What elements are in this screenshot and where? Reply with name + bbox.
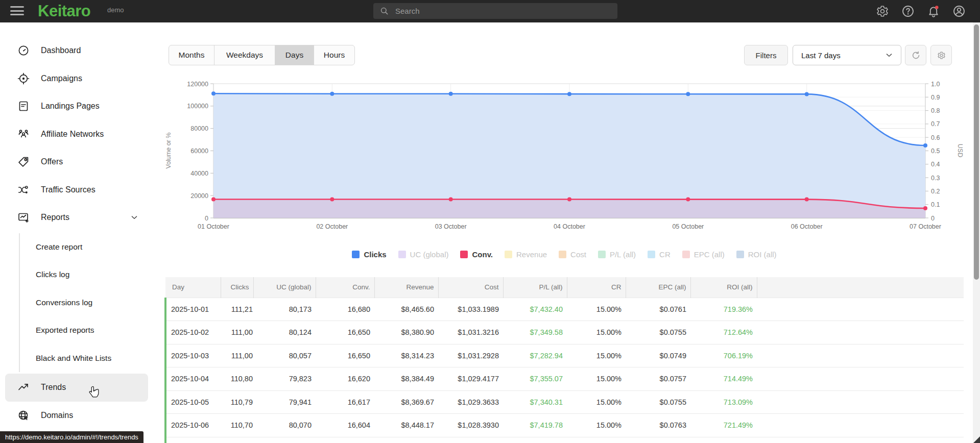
cell-clicks: 111,00 bbox=[221, 321, 253, 344]
trends-table: DayClicksUC (global)Conv.RevenueCostP/L … bbox=[164, 277, 964, 443]
cell-revenue: $8,465.60 bbox=[374, 298, 438, 321]
svg-text:04 October: 04 October bbox=[554, 223, 585, 230]
sidebar-item-affiliate-networks[interactable]: Affiliate Networks bbox=[5, 120, 148, 149]
svg-text:Volume or %: Volume or % bbox=[165, 133, 172, 169]
cell-cr: 15.00% bbox=[567, 298, 626, 321]
tab-weekdays[interactable]: Weekdays bbox=[214, 45, 275, 65]
legend-item-p-l-all[interactable]: P/L (all) bbox=[598, 250, 636, 259]
cell-cost: $1,031.3216 bbox=[438, 321, 503, 344]
sidebar-item-landings-pages[interactable]: Landings Pages bbox=[5, 92, 148, 120]
refresh-button[interactable] bbox=[905, 45, 926, 65]
svg-text:03 October: 03 October bbox=[435, 223, 467, 230]
offers-icon: $ bbox=[17, 156, 30, 168]
legend-item-cr[interactable]: CR bbox=[648, 250, 671, 259]
cell-roi: 719.36% bbox=[690, 298, 757, 321]
sidebar-item-traffic-sources[interactable]: Traffic Sources bbox=[5, 176, 148, 204]
cell-day: 2025-10-07 bbox=[165, 437, 221, 443]
sidebar-item-dashboard[interactable]: Dashboard bbox=[5, 37, 148, 65]
domains-icon bbox=[17, 409, 30, 422]
sidebar-nav: DashboardCampaignsLandings PagesAffiliat… bbox=[0, 22, 153, 443]
legend-label: P/L (all) bbox=[610, 250, 636, 259]
page-scrollbar[interactable] bbox=[973, 22, 980, 443]
brand-logo: Keitaro bbox=[38, 0, 90, 22]
cell-epc: $0.0763 bbox=[626, 414, 690, 437]
filters-button[interactable]: Filters bbox=[744, 45, 788, 65]
refresh-icon bbox=[911, 51, 921, 60]
chart-settings-button[interactable] bbox=[930, 45, 952, 65]
user-account-icon[interactable] bbox=[952, 5, 966, 18]
sidebar-item-clicks-log[interactable]: Clicks log bbox=[20, 261, 153, 289]
cell-day: 2025-10-02 bbox=[165, 321, 221, 344]
help-icon[interactable] bbox=[901, 5, 915, 18]
table-row-2025-10-07: 2025-10-0764,4041,4579,648$4,893.84$597.… bbox=[165, 437, 964, 443]
menu-toggle-icon[interactable] bbox=[10, 6, 24, 16]
cell-pl: $7,340.31 bbox=[503, 390, 567, 414]
svg-text:06 October: 06 October bbox=[791, 223, 823, 230]
sidebar-item-label: Domains bbox=[41, 411, 73, 420]
sidebar-item-reports[interactable]: Reports bbox=[5, 204, 148, 232]
column-header-uc: UC (global) bbox=[253, 277, 316, 298]
legend-label: Conv. bbox=[472, 250, 493, 259]
notifications-bell-icon[interactable] bbox=[927, 5, 940, 18]
tab-months[interactable]: Months bbox=[169, 45, 214, 65]
legend-item-cost[interactable]: Cost bbox=[559, 250, 586, 259]
cell-pl: $7,282.94 bbox=[503, 344, 567, 367]
sidebar-item-campaigns[interactable]: Campaigns bbox=[5, 65, 148, 93]
cell-revenue: $8,448.17 bbox=[374, 414, 438, 437]
campaigns-icon bbox=[17, 72, 30, 85]
search-input[interactable] bbox=[394, 6, 611, 16]
cell-roi: 712.64% bbox=[690, 321, 757, 344]
cell-filler bbox=[757, 298, 964, 321]
cell-pl: $7,349.58 bbox=[503, 321, 567, 344]
date-range-select[interactable]: Last 7 days bbox=[793, 45, 901, 65]
scrollbar-thumb[interactable] bbox=[974, 24, 979, 280]
traffic-sources-icon bbox=[17, 184, 30, 196]
legend-swatch bbox=[598, 251, 606, 258]
legend-item-clicks[interactable]: Clicks bbox=[352, 250, 386, 259]
status-url-tooltip: https://demo.keitaro.io/admin/#!/trends/… bbox=[0, 431, 144, 443]
settings-gear-icon[interactable] bbox=[876, 5, 889, 18]
tab-days[interactable]: Days bbox=[275, 45, 314, 65]
sidebar-item-black-and-white-lists[interactable]: Black and White Lists bbox=[20, 344, 153, 373]
cell-pl: $7,419.78 bbox=[503, 414, 567, 437]
cell-epc: $0.0756 bbox=[626, 437, 690, 443]
sidebar-item-label: Traffic Sources bbox=[41, 185, 95, 194]
scrollbar-corner-icon bbox=[973, 436, 980, 443]
search-box[interactable] bbox=[373, 3, 617, 19]
table-row-2025-10-05: 2025-10-05110,7979,94116,617$8,369.67$1,… bbox=[165, 390, 964, 414]
sidebar-item-label: Conversions log bbox=[36, 298, 92, 307]
cell-roi: 714.49% bbox=[690, 367, 757, 391]
legend-swatch bbox=[505, 251, 512, 258]
sidebar-item-create-report[interactable]: Create report bbox=[20, 233, 153, 261]
legend-item-roi-all[interactable]: ROI (all) bbox=[736, 250, 777, 259]
cell-conv: 16,620 bbox=[316, 367, 374, 391]
cell-clicks: 110,80 bbox=[221, 367, 253, 391]
cell-conv: 9,648 bbox=[316, 437, 374, 443]
svg-text:0.7: 0.7 bbox=[931, 120, 940, 128]
sidebar-item-domains[interactable]: Domains bbox=[5, 402, 148, 430]
cell-revenue: $4,893.84 bbox=[374, 437, 438, 443]
cell-cr: 15.00% bbox=[567, 390, 626, 414]
trends-chart: 02000040000600008000010000012000000.10.2… bbox=[163, 77, 965, 235]
sidebar-item-conversions-log[interactable]: Conversions log bbox=[20, 289, 153, 317]
legend-swatch bbox=[398, 251, 406, 258]
cell-epc: $0.0749 bbox=[626, 344, 690, 367]
table-row-2025-10-06: 2025-10-06110,7080,07016,604$8,448.17$1,… bbox=[165, 414, 964, 437]
cell-pl: $4,296.75 bbox=[503, 437, 567, 443]
legend-item-revenue[interactable]: Revenue bbox=[505, 250, 547, 259]
cell-clicks: 111,21 bbox=[221, 298, 253, 321]
column-header-day: Day bbox=[165, 277, 221, 298]
sidebar-item-exported-reports[interactable]: Exported reports bbox=[20, 316, 153, 344]
landing-pages-icon bbox=[17, 100, 30, 112]
legend-item-epc-all[interactable]: EPC (all) bbox=[682, 250, 725, 259]
cell-uc: 41,457 bbox=[253, 437, 316, 443]
sidebar-item-offers[interactable]: $Offers bbox=[5, 148, 148, 176]
search-icon bbox=[379, 6, 389, 16]
svg-text:USD: USD bbox=[957, 144, 964, 157]
legend-item-uc-global[interactable]: UC (global) bbox=[398, 250, 449, 259]
tab-hours[interactable]: Hours bbox=[314, 45, 354, 65]
svg-text:$: $ bbox=[25, 158, 27, 161]
legend-item-conv[interactable]: Conv. bbox=[460, 250, 493, 259]
sidebar-item-trends[interactable]: Trends bbox=[5, 374, 148, 402]
cell-clicks: 111,00 bbox=[221, 344, 253, 367]
